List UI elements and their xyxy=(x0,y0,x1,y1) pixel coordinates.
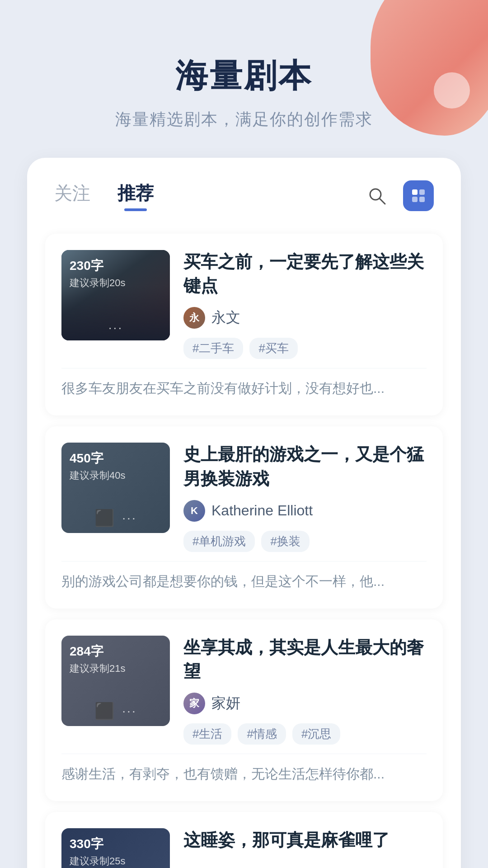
svg-rect-3 xyxy=(419,189,425,195)
article-title: 坐享其成，其实是人生最大的奢望 xyxy=(183,636,427,684)
article-content: 买车之前，一定要先了解这些关键点 永 永文 #二手车 #买车 xyxy=(183,250,427,359)
tabs-bar: 关注 推荐 xyxy=(27,158,461,225)
tag: #买车 xyxy=(249,338,297,359)
more-icon: ··· xyxy=(122,704,136,718)
author-avatar: 永 xyxy=(183,307,205,329)
article-thumbnail: 330字 建议录制25s xyxy=(61,828,170,868)
article-title: 买车之前，一定要先了解这些关键点 xyxy=(183,250,427,298)
article-preview: 很多车友朋友在买车之前没有做好计划，没有想好也... xyxy=(61,368,427,399)
svg-rect-4 xyxy=(412,197,418,202)
more-icon: ··· xyxy=(122,511,136,525)
author-avatar: K xyxy=(183,500,205,522)
author-avatar: 家 xyxy=(183,693,205,714)
svg-line-1 xyxy=(380,198,385,204)
article-content: 这睡姿，那可真是麻雀哩了 xyxy=(183,828,427,868)
author-name: Katherine Elliott xyxy=(211,502,313,519)
article-content: 史上最肝的游戏之一，又是个猛男换装游戏 K Katherine Elliott … xyxy=(183,443,427,552)
tag: #单机游戏 xyxy=(183,531,255,552)
article-tags: #生活 #情感 #沉思 xyxy=(183,723,427,745)
svg-rect-2 xyxy=(412,189,418,195)
word-count: 330字 xyxy=(70,835,162,853)
duration: 建议录制21s xyxy=(70,662,162,675)
article-card[interactable]: 450字 建议录制40s ⬛ ··· 史上最肝的游戏之一，又是个猛男换装游戏 K… xyxy=(45,426,443,608)
article-card-partial[interactable]: 330字 建议录制25s 这睡姿，那可真是麻雀哩了 xyxy=(45,812,443,868)
article-content: 坐享其成，其实是人生最大的奢望 家 家妍 #生活 #情感 #沉思 xyxy=(183,636,427,745)
tab-recommend[interactable]: 推荐 xyxy=(117,181,154,211)
search-button[interactable] xyxy=(364,183,389,208)
article-author: 永 永文 xyxy=(183,307,427,329)
article-card[interactable]: 230字 建议录制20s ··· 买车之前，一定要先了解这些关键点 永 永文 #… xyxy=(45,234,443,415)
duration: 建议录制40s xyxy=(70,469,162,482)
author-name: 家妍 xyxy=(211,693,240,713)
word-count: 284字 xyxy=(70,643,162,660)
main-card: 关注 推荐 xyxy=(27,158,461,868)
article-author: K Katherine Elliott xyxy=(183,500,427,522)
hero-title: 海量剧本 xyxy=(0,54,488,98)
tag: #情感 xyxy=(238,723,286,745)
word-count: 230字 xyxy=(70,257,162,274)
article-tags: #二手车 #买车 xyxy=(183,338,427,359)
hero-subtitle: 海量精选剧本，满足你的创作需求 xyxy=(0,108,488,131)
article-thumbnail: 284字 建议录制21s ⬛ ··· xyxy=(61,636,170,726)
article-card[interactable]: 284字 建议录制21s ⬛ ··· 坐享其成，其实是人生最大的奢望 家 家妍 xyxy=(45,619,443,801)
hero-section: 海量剧本 海量精选剧本，满足你的创作需求 xyxy=(0,0,488,158)
duration: 建议录制25s xyxy=(70,854,162,868)
film-icon: ⬛ xyxy=(94,509,115,528)
word-count: 450字 xyxy=(70,450,162,467)
tag: #换装 xyxy=(261,531,309,552)
tab-actions xyxy=(364,180,434,211)
article-author: 家 家妍 xyxy=(183,693,427,714)
article-tags: #单机游戏 #换装 xyxy=(183,531,427,552)
article-thumbnail: 230字 建议录制20s ··· xyxy=(61,250,170,340)
film-icon: ⬛ xyxy=(94,702,115,721)
grid-button[interactable] xyxy=(403,180,434,211)
tag: #二手车 xyxy=(183,338,243,359)
articles-list: 230字 建议录制20s ··· 买车之前，一定要先了解这些关键点 永 永文 #… xyxy=(27,225,461,868)
svg-rect-5 xyxy=(419,197,425,202)
article-title: 史上最肝的游戏之一，又是个猛男换装游戏 xyxy=(183,443,427,491)
article-preview: 感谢生活，有剥夺，也有馈赠，无论生活怎样待你都... xyxy=(61,754,427,785)
article-thumbnail: 450字 建议录制40s ⬛ ··· xyxy=(61,443,170,533)
duration: 建议录制20s xyxy=(70,276,162,290)
tab-follow[interactable]: 关注 xyxy=(54,181,90,211)
author-name: 永文 xyxy=(211,308,240,328)
article-preview: 别的游戏公司都是想要你的钱，但是这个不一样，他... xyxy=(61,561,427,592)
tag: #沉思 xyxy=(292,723,340,745)
more-icon: ··· xyxy=(108,321,123,335)
tag: #生活 xyxy=(183,723,231,745)
article-title: 这睡姿，那可真是麻雀哩了 xyxy=(183,828,427,852)
